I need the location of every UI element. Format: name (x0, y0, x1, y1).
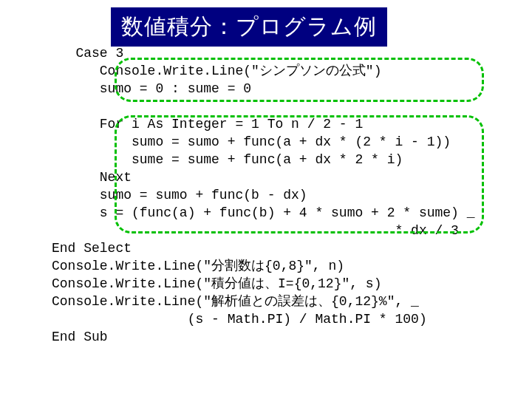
page-title: 数値積分：プログラム例 (111, 7, 387, 47)
code-block: Case 3 Console.Write.Line("シンプソンの公式") su… (52, 44, 475, 346)
